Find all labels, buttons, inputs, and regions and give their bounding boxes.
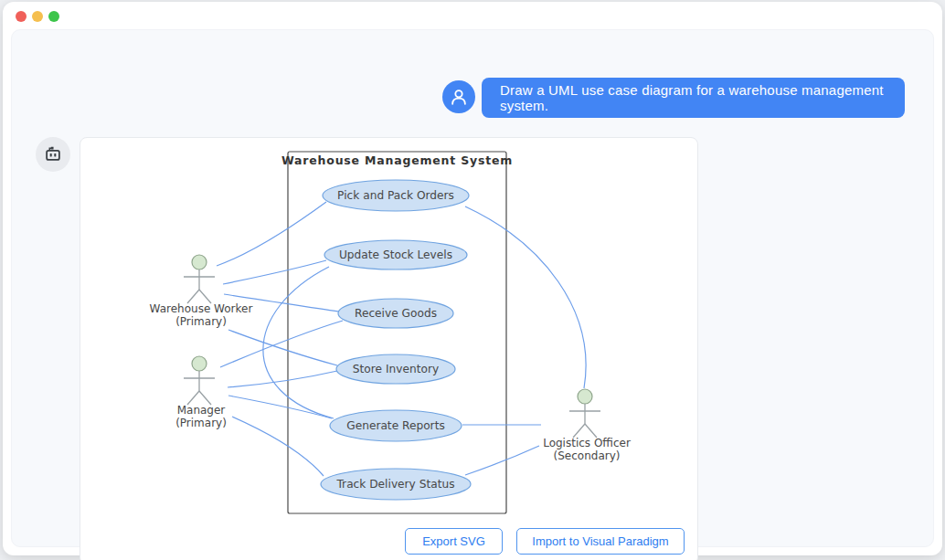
close-window-button[interactable]	[16, 11, 27, 22]
diagram-panel: Warehouse Management SystemPick and Pack…	[80, 137, 698, 560]
system-boundary-title: Warehouse Management System	[281, 153, 513, 167]
user-avatar	[442, 80, 475, 113]
usecase-store-inventory: Store Inventory	[336, 354, 455, 384]
uml-use-case-diagram: Warehouse Management SystemPick and Pack…	[80, 138, 697, 560]
minimize-window-button[interactable]	[32, 11, 43, 22]
actor-label-manager-line1: Manager	[177, 404, 226, 417]
export-svg-button[interactable]: Export SVG	[405, 528, 503, 555]
actor-right-leg-logistics-officer	[585, 424, 597, 438]
chat-content-area: Draw a UML use case diagram for a wareho…	[11, 29, 934, 547]
zoom-window-button[interactable]	[48, 11, 59, 22]
actor-label-manager-line2: (Primary)	[175, 417, 227, 429]
edge-warehouse-worker-pick-pack	[217, 202, 326, 266]
usecase-label-store-inventory: Store Inventory	[353, 363, 439, 375]
usecase-track-delivery: Track Delivery Status	[321, 469, 471, 500]
actor-right-leg-warehouse-worker	[199, 290, 211, 303]
actor-manager: Manager(Primary)	[175, 356, 227, 429]
person-icon	[449, 87, 469, 107]
edge-manager-generate-reports	[228, 396, 332, 418]
usecase-label-update-stock: Update Stock Levels	[339, 248, 452, 261]
actor-label-logistics-officer-line2: (Secondary)	[554, 449, 621, 462]
usecase-label-track-delivery: Track Delivery Status	[335, 478, 454, 491]
edge-track-delivery-logistics-officer	[465, 446, 539, 475]
actor-label-warehouse-worker-line1: Warehouse Worker	[150, 302, 253, 315]
actor-left-leg-logistics-officer	[573, 424, 585, 438]
actor-head-logistics-officer	[578, 389, 592, 404]
bot-avatar	[36, 137, 70, 172]
actor-head-warehouse-worker	[192, 255, 207, 269]
usecase-label-generate-reports: Generate Reports	[346, 419, 445, 432]
actor-head-manager	[192, 356, 207, 371]
user-message-bubble: Draw a UML use case diagram for a wareho…	[482, 78, 905, 118]
actor-label-logistics-officer-line1: Logistics Officer	[543, 437, 631, 449]
actor-warehouse-worker: Warehouse Worker(Primary)	[150, 255, 253, 328]
user-message-text: Draw a UML use case diagram for a wareho…	[500, 82, 887, 113]
usecase-label-pick-pack: Pick and Pack Orders	[337, 189, 454, 202]
edge-update-stock-generate-reports	[263, 267, 334, 418]
usecase-update-stock: Update Stock Levels	[324, 240, 467, 269]
window-titlebar	[3, 2, 942, 29]
edge-manager-receive-goods	[220, 321, 343, 367]
actor-logistics-officer: Logistics Officer(Secondary)	[543, 389, 631, 462]
actor-label-warehouse-worker-line2: (Primary)	[175, 315, 227, 328]
usecase-generate-reports: Generate Reports	[330, 410, 462, 441]
actor-left-leg-warehouse-worker	[187, 290, 199, 303]
robot-icon	[43, 144, 63, 164]
edge-manager-store-inventory	[228, 371, 337, 387]
app-window: Draw a UML use case diagram for a wareho…	[3, 2, 942, 555]
import-to-visual-paradigm-button[interactable]: Import to Visual Paradigm	[516, 528, 685, 555]
edge-manager-track-delivery	[232, 417, 324, 476]
usecase-label-receive-goods: Receive Goods	[355, 307, 437, 320]
edge-warehouse-worker-store-inventory	[228, 330, 337, 365]
edge-pick-pack-logistics-officer	[465, 206, 586, 388]
actor-left-leg-manager	[187, 391, 199, 405]
actor-right-leg-manager	[199, 391, 211, 405]
usecase-pick-pack: Pick and Pack Orders	[323, 180, 469, 211]
usecase-receive-goods: Receive Goods	[338, 299, 453, 328]
edge-warehouse-worker-update-stock	[223, 260, 326, 284]
